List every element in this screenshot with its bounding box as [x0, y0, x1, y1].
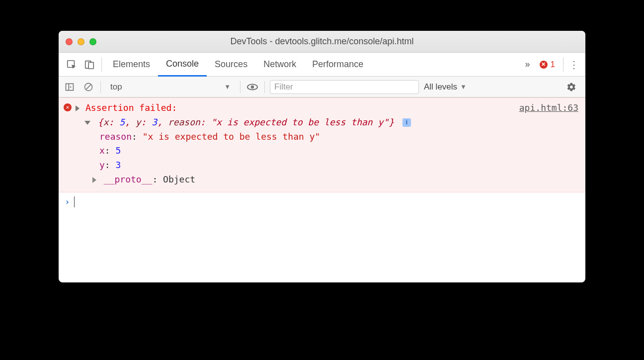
error-count: 1 [551, 60, 555, 70]
svg-point-6 [251, 85, 254, 88]
toggle-sidebar-icon[interactable] [63, 80, 77, 94]
assertion-title: Assertion failed: [85, 101, 177, 115]
tab-performance[interactable]: Performance [304, 53, 371, 76]
close-window-button[interactable] [66, 38, 73, 45]
prompt-chevron-icon: › [65, 196, 70, 207]
object-property[interactable]: x: 5 [64, 144, 580, 158]
error-counter[interactable]: ✕ 1 [535, 60, 560, 70]
chevron-down-icon: ▼ [460, 83, 467, 90]
divider [264, 81, 265, 93]
log-levels-selector[interactable]: All levels ▼ [424, 82, 467, 92]
console-error-message[interactable]: api.html:63 ✕ Assertion failed: {x: 5, y… [59, 97, 585, 192]
divider [101, 58, 102, 72]
error-icon: ✕ [540, 61, 548, 69]
execution-context-selector[interactable]: top ▼ [106, 81, 235, 93]
customize-devtools-button[interactable]: ⋮ [566, 59, 581, 71]
error-icon: ✕ [64, 103, 72, 111]
tab-label: Console [166, 59, 199, 69]
divider [563, 58, 564, 72]
text-cursor [74, 196, 75, 207]
expand-toggle[interactable] [92, 174, 98, 184]
divider [100, 81, 101, 93]
console-toolbar: top ▼ All levels ▼ [59, 77, 585, 97]
levels-label: All levels [424, 82, 457, 92]
divider [240, 81, 241, 93]
tab-elements[interactable]: Elements [105, 53, 158, 76]
tab-label: Performance [312, 59, 363, 70]
filter-field[interactable] [270, 80, 419, 94]
tab-network[interactable]: Network [255, 53, 304, 76]
message-source-link[interactable]: api.html:63 [519, 101, 578, 115]
tab-label: Sources [215, 59, 247, 70]
object-property[interactable]: y: 3 [64, 158, 580, 173]
console-prompt[interactable]: › [59, 192, 585, 211]
window-controls [66, 38, 96, 45]
clear-console-icon[interactable] [81, 80, 95, 94]
more-tabs-button[interactable]: » [521, 59, 535, 70]
console-settings-icon[interactable] [566, 82, 581, 92]
tab-console[interactable]: Console [158, 53, 207, 77]
tab-label: Network [263, 59, 296, 70]
chevron-down-icon: ▼ [224, 83, 231, 90]
live-expression-icon[interactable] [245, 80, 259, 94]
context-label: top [110, 82, 122, 92]
object-property[interactable]: reason: "x is expected to be less than y… [64, 130, 580, 144]
object-proto[interactable]: __proto__: Object [64, 173, 580, 187]
minimize-window-button[interactable] [78, 38, 84, 45]
object-summary[interactable]: {x: 5, y: 3, reason: "x is expected to b… [98, 117, 394, 127]
console-output: api.html:63 ✕ Assertion failed: {x: 5, y… [59, 97, 585, 282]
devtools-window: DevTools - devtools.glitch.me/console/ap… [59, 31, 585, 282]
device-toolbar-icon[interactable] [80, 56, 98, 74]
window-title: DevTools - devtools.glitch.me/console/ap… [59, 36, 585, 47]
tab-label: Elements [113, 59, 150, 70]
tab-sources[interactable]: Sources [207, 53, 255, 76]
window-titlebar: DevTools - devtools.glitch.me/console/ap… [59, 31, 585, 53]
filter-input[interactable] [270, 80, 419, 94]
info-icon[interactable]: i [402, 118, 411, 127]
svg-rect-3 [66, 84, 74, 90]
svg-rect-2 [88, 62, 93, 69]
zoom-window-button[interactable] [89, 38, 96, 45]
expand-toggle[interactable] [76, 101, 81, 115]
devtools-tabbar: Elements Console Sources Network Perform… [59, 53, 585, 77]
inspect-element-icon[interactable] [63, 56, 80, 74]
expand-toggle[interactable] [84, 117, 92, 127]
